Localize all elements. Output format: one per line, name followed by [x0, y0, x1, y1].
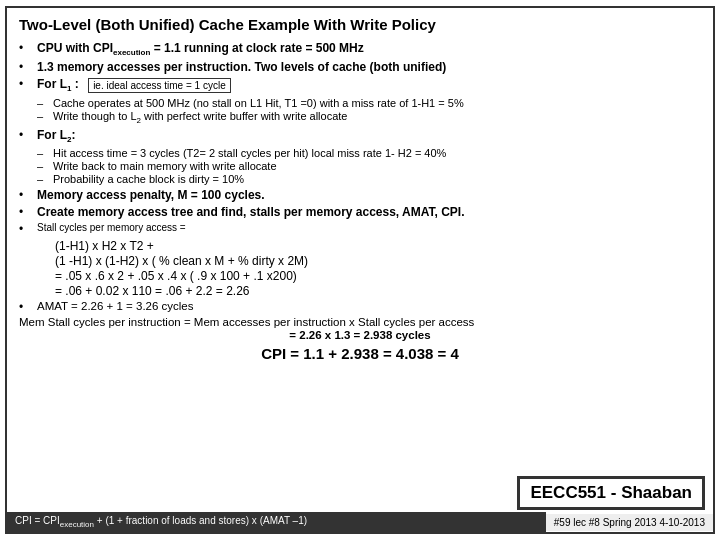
bullet-6-content: Create memory access tree and find, stal… — [37, 205, 701, 219]
amat-bullet-dot: • — [19, 300, 37, 314]
mem-stall-value: = 2.26 x 1.3 = 2.938 cycles — [289, 329, 430, 341]
sub-execution: execution — [113, 48, 150, 57]
sub-content-4-2: Write back to main memory with write all… — [53, 160, 277, 172]
bullet-dot-3: • — [19, 77, 37, 91]
bullet-5: • Memory access penalty, M = 100 cycles. — [19, 188, 701, 202]
bullet-6: • Create memory access tree and find, st… — [19, 205, 701, 219]
sub-dot-3-2: – — [37, 110, 53, 122]
bottom-ref: #59 lec #8 Spring 2013 4-10-2013 — [546, 514, 713, 531]
eecc-label: EECC551 - Shaaban — [530, 483, 692, 502]
bullet-1: • CPU with CPIexecution = 1.1 running at… — [19, 41, 701, 57]
slide-title: Two-Level (Both Unified) Cache Example W… — [19, 16, 701, 33]
bullet-dot-1: • — [19, 41, 37, 55]
math-line-3: = .05 x .6 x 2 + .05 x .4 x ( .9 x 100 +… — [55, 269, 701, 283]
bullet-2-content: 1.3 memory accesses per instruction. Two… — [37, 60, 701, 74]
slide-container: Two-Level (Both Unified) Cache Example W… — [5, 6, 715, 534]
sub-dot-4-2: – — [37, 160, 53, 172]
tooltip-ideal-access: ie. ideal access time = 1 cycle — [88, 78, 231, 93]
sub-bullet-4-2: – Write back to main memory with write a… — [37, 160, 701, 172]
sub-dot-4-1: – — [37, 147, 53, 159]
bullet-2: • 1.3 memory accesses per instruction. T… — [19, 60, 701, 74]
bullet-3-content: For L1 : ie. ideal access time = 1 cycle — [37, 77, 701, 93]
sub-bullet-3-1: – Cache operates at 500 MHz (no stall on… — [37, 97, 701, 109]
mem-stall-line-1: Mem Stall cycles per instruction = Mem a… — [19, 316, 701, 328]
math-section: (1-H1) x H2 x T2 + (1 -H1) x (1-H2) x ( … — [55, 239, 701, 298]
amat-content: AMAT = 2.26 + 1 = 3.26 cycles — [37, 300, 194, 312]
mem-stall-line-2: = 2.26 x 1.3 = 2.938 cycles — [19, 329, 701, 341]
bullet-5-content: Memory access penalty, M = 100 cycles. — [37, 188, 701, 202]
bullet-dot-5: • — [19, 188, 37, 202]
bullet-3: • For L1 : ie. ideal access time = 1 cyc… — [19, 77, 701, 93]
bullet-dot-2: • — [19, 60, 37, 74]
sub-content-4-3: Probability a cache block is dirty = 10% — [53, 173, 244, 185]
math-line-1: (1-H1) x H2 x T2 + — [55, 239, 701, 253]
eecc-box: EECC551 - Shaaban — [517, 476, 705, 510]
sub-bullet-3-2: – Write though to L2 with perfect write … — [37, 110, 701, 125]
sub-dot-4-3: – — [37, 173, 53, 185]
bottom-formula: CPI = CPIexecution + (1 + fraction of lo… — [7, 512, 546, 532]
math-line-4: = .06 + 0.02 x 110 = .06 + 2.2 = 2.26 — [55, 284, 701, 298]
bullet-dot-7: • — [19, 222, 37, 236]
sub-content-3-1: Cache operates at 500 MHz (no stall on L… — [53, 97, 464, 109]
sub-dot-3-1: – — [37, 97, 53, 109]
sub-execution-bottom: execution — [60, 520, 94, 529]
bullet-1-content: CPU with CPIexecution = 1.1 running at c… — [37, 41, 701, 57]
sub-content-3-2: Write though to L2 with perfect write bu… — [53, 110, 347, 125]
sub-content-4-1: Hit access time = 3 cycles (T2= 2 stall … — [53, 147, 446, 159]
bullet-7: • Stall cycles per memory access = — [19, 222, 701, 236]
bullet-4: • For L2: — [19, 128, 701, 144]
bullet-4-content: For L2: — [37, 128, 701, 144]
bullet-7-content: Stall cycles per memory access = — [37, 222, 701, 233]
bullet-dot-6: • — [19, 205, 37, 219]
bottom-bar: CPI = CPIexecution + (1 + fraction of lo… — [7, 512, 713, 532]
sub-bullet-4-1: – Hit access time = 3 cycles (T2= 2 stal… — [37, 147, 701, 159]
cpi-line: CPI = 1.1 + 2.938 = 4.038 = 4 — [19, 345, 701, 362]
sub-bullet-4-3: – Probability a cache block is dirty = 1… — [37, 173, 701, 185]
math-line-2: (1 -H1) x (1-H2) x ( % clean x M + % dir… — [55, 254, 701, 268]
bullet-dot-4: • — [19, 128, 37, 142]
amat-line: • AMAT = 2.26 + 1 = 3.26 cycles — [19, 300, 701, 314]
for-l1-label: For L1 : — [37, 77, 79, 91]
